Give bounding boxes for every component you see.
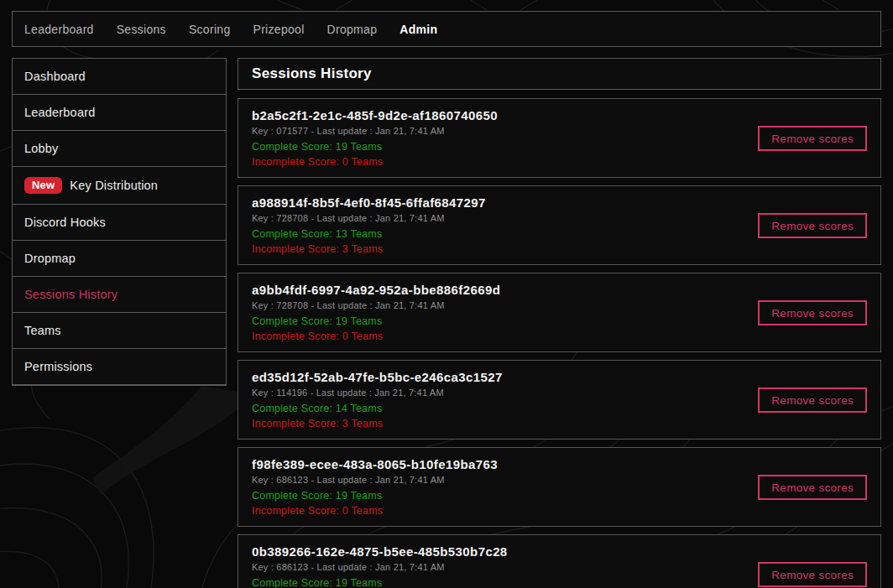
main-content: Sessions History b2a5c2f1-2e1c-485f-9d2e… [238,58,881,588]
session-card: a9bb4fdf-6997-4a92-952a-bbe886f2669d Key… [238,273,881,352]
sidebar-item-key-distribution[interactable]: New Key Distribution [13,167,226,205]
sidebar-item-label: Dropmap [24,252,76,265]
session-complete-score: Complete Score: 13 Teams [252,228,486,240]
session-info: a988914f-8b5f-4ef0-8f45-6ffaf6847297 Key… [252,195,486,255]
session-id: f98fe389-ecee-483a-8065-b10fe19ba763 [252,457,498,471]
session-id: ed35d12f-52ab-47fe-b5bc-e246ca3c1527 [252,370,503,384]
nav-item-admin[interactable]: Admin [400,23,437,36]
sidebar-item-label: Discord Hooks [24,216,106,229]
session-complete-score: Complete Score: 19 Teams [252,577,508,588]
session-id: 0b389266-162e-4875-b5ee-485b530b7c28 [252,544,508,559]
nav-item-dropmap[interactable]: Dropmap [327,23,378,36]
session-card: 0b389266-162e-4875-b5ee-485b530b7c28 Key… [238,534,881,588]
nav-item-sessions[interactable]: Sessions [117,23,166,36]
new-badge: New [24,177,62,194]
session-meta: Key : 686123 - Last update : Jan 21, 7:4… [252,562,508,572]
sidebar-item-permissions[interactable]: Permissions [13,349,226,385]
session-card: f98fe389-ecee-483a-8065-b10fe19ba763 Key… [238,447,881,527]
top-nav: Leaderboard Sessions Scoring Prizepool D… [12,11,881,47]
remove-scores-button[interactable]: Remove scores [758,562,867,587]
session-complete-score: Complete Score: 19 Teams [252,141,498,153]
sidebar-item-lobby[interactable]: Lobby [13,131,226,167]
sidebar-item-label: Key Distribution [70,179,158,192]
session-info: b2a5c2f1-2e1c-485f-9d2e-af1860740650 Key… [252,108,498,168]
sidebar-item-dashboard[interactable]: Dashboard [13,59,226,95]
session-complete-score: Complete Score: 19 Teams [252,315,500,327]
sidebar-item-leaderboard[interactable]: Leaderboard [13,95,226,131]
remove-scores-button[interactable]: Remove scores [758,388,867,413]
session-meta: Key : 686123 - Last update : Jan 21, 7:4… [252,475,498,485]
admin-sidebar: Dashboard Leaderboard Lobby New Key Dist… [12,58,227,386]
page-title: Sessions History [252,65,372,82]
session-id: b2a5c2f1-2e1c-485f-9d2e-af1860740650 [252,108,498,122]
content-layout: Dashboard Leaderboard Lobby New Key Dist… [12,58,881,588]
sidebar-item-sessions-history[interactable]: Sessions History [13,277,226,313]
session-info: ed35d12f-52ab-47fe-b5bc-e246ca3c1527 Key… [252,370,503,429]
session-complete-score: Complete Score: 19 Teams [252,490,498,502]
session-card: b2a5c2f1-2e1c-485f-9d2e-af1860740650 Key… [238,98,881,178]
remove-scores-button[interactable]: Remove scores [758,300,867,325]
session-incomplete-score: Incomplete Score: 0 Teams [252,156,498,168]
session-incomplete-score: Incomplete Score: 0 Teams [252,505,498,517]
session-incomplete-score: Incomplete Score: 3 Teams [252,243,486,255]
session-card: ed35d12f-52ab-47fe-b5bc-e246ca3c1527 Key… [238,360,881,440]
session-complete-score: Complete Score: 14 Teams [252,403,503,414]
sidebar-item-label: Dashboard [24,70,86,83]
sidebar-item-discord-hooks[interactable]: Discord Hooks [13,205,226,241]
session-incomplete-score: Incomplete Score: 3 Teams [252,418,503,429]
session-meta: Key : 728708 - Last update : Jan 21, 7:4… [252,300,500,310]
nav-item-scoring[interactable]: Scoring [189,23,231,36]
page-header: Sessions History [238,58,881,90]
session-id: a988914f-8b5f-4ef0-8f45-6ffaf6847297 [252,195,486,210]
session-meta: Key : 071577 - Last update : Jan 21, 7:4… [252,126,498,136]
session-info: 0b389266-162e-4875-b5ee-485b530b7c28 Key… [252,544,508,588]
sidebar-item-label: Permissions [24,360,92,373]
session-meta: Key : 114196 - Last update : Jan 21, 7:4… [252,388,503,398]
sidebar-item-label: Lobby [24,142,59,155]
session-info: f98fe389-ecee-483a-8065-b10fe19ba763 Key… [252,457,498,517]
session-meta: Key : 728708 - Last update : Jan 21, 7:4… [252,213,486,223]
sidebar-item-label: Teams [24,324,61,337]
sidebar-item-teams[interactable]: Teams [13,313,226,349]
remove-scores-button[interactable]: Remove scores [758,213,867,238]
sidebar-item-label: Leaderboard [24,106,95,119]
remove-scores-button[interactable]: Remove scores [758,475,867,500]
session-incomplete-score: Incomplete Score: 0 Teams [252,330,500,342]
session-info: a9bb4fdf-6997-4a92-952a-bbe886f2669d Key… [252,283,500,342]
nav-item-prizepool[interactable]: Prizepool [253,23,305,36]
sidebar-item-dropmap[interactable]: Dropmap [13,241,226,277]
nav-item-leaderboard[interactable]: Leaderboard [24,23,94,36]
remove-scores-button[interactable]: Remove scores [758,126,867,151]
sidebar-item-label: Sessions History [24,288,118,301]
page: Leaderboard Sessions Scoring Prizepool D… [0,0,893,588]
session-card: a988914f-8b5f-4ef0-8f45-6ffaf6847297 Key… [238,185,881,265]
session-id: a9bb4fdf-6997-4a92-952a-bbe886f2669d [252,283,500,297]
